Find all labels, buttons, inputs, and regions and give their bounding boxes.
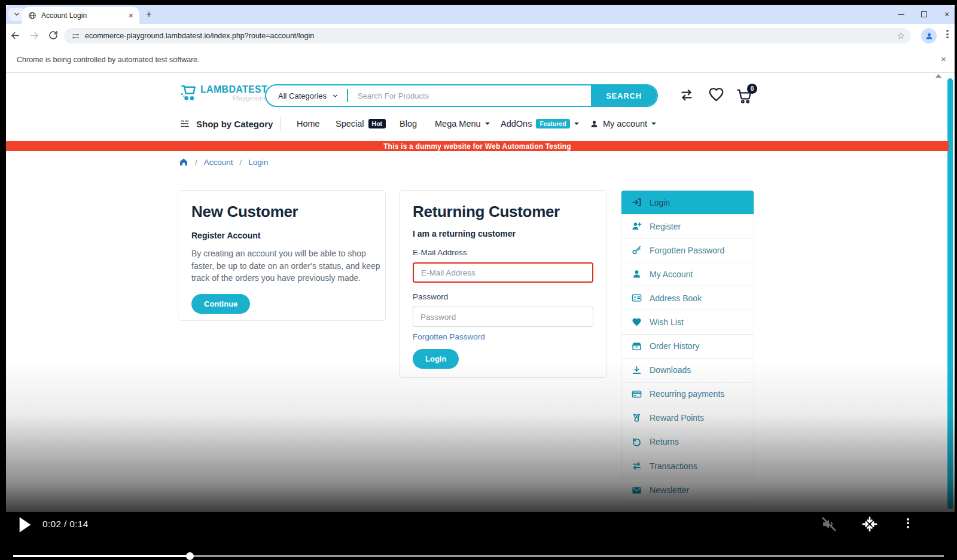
new-customer-body: By creating an account you will be able … (191, 247, 382, 284)
breadcrumb-account[interactable]: Account (204, 158, 233, 167)
window-close-button[interactable]: × (941, 10, 952, 19)
browser-menu-icon[interactable] (943, 29, 952, 42)
category-dropdown[interactable]: All Categories (266, 91, 347, 100)
caret-down-icon (651, 123, 656, 125)
hot-badge: Hot (368, 119, 386, 128)
shop-by-category-label: Shop by Category (196, 119, 273, 129)
password-field[interactable] (413, 307, 593, 327)
infobar-close-icon[interactable]: × (941, 54, 946, 63)
search-input[interactable] (348, 91, 591, 100)
video-progress-bar[interactable] (13, 555, 944, 558)
play-icon (18, 516, 32, 533)
nav-special-label: Special (336, 119, 364, 128)
envelope-icon (632, 485, 642, 495)
sidebar-item-wish-list[interactable]: Wish List (621, 310, 754, 334)
compare-icon[interactable] (678, 87, 695, 103)
url-bar[interactable]: ecommerce-playground.lambdatest.io/index… (64, 28, 911, 44)
sidebar-item-newsletter[interactable]: Newsletter (621, 478, 754, 502)
order-box-icon (632, 341, 642, 351)
search-button[interactable]: SEARCH (591, 84, 657, 107)
sidebar-item-label: Register (650, 222, 681, 231)
video-options-icon[interactable] (903, 516, 913, 532)
sidebar-item-label: Transactions (650, 461, 697, 471)
nav-blog[interactable]: Blog (400, 117, 417, 130)
muted-volume-icon[interactable] (821, 516, 837, 533)
new-customer-title: New Customer (191, 203, 372, 221)
notice-banner: This is a dummy website for Web Automati… (6, 141, 949, 151)
back-button[interactable] (8, 29, 22, 42)
play-button[interactable] (18, 516, 32, 533)
sidebar-item-recurring-payments[interactable]: Recurring payments (621, 382, 754, 406)
breadcrumb-separator: / (195, 158, 197, 167)
category-selected-label: All Categories (278, 91, 327, 100)
exit-fullscreen-icon[interactable] (861, 516, 878, 533)
shop-by-category-button[interactable]: Shop by Category (179, 117, 273, 130)
wishlist-heart-icon[interactable] (708, 87, 724, 103)
logo-primary-text: LAMBDATEST (200, 84, 267, 95)
sidebar-item-order-history[interactable]: Order History (621, 335, 754, 359)
forgotten-password-link[interactable]: Forgotten Password (413, 332, 485, 341)
sidebar-item-forgotten-password[interactable]: Forgotten Password (621, 238, 754, 262)
sidebar-item-my-account[interactable]: My Account (621, 262, 754, 286)
login-button[interactable]: Login (413, 349, 459, 369)
tab-close-icon[interactable]: × (129, 11, 133, 20)
sidebar-item-downloads[interactable]: Downloads (621, 359, 754, 382)
continue-button[interactable]: Continue (191, 294, 250, 314)
sidebar-item-reward-points[interactable]: Reward Points (621, 406, 754, 430)
user-icon (632, 269, 642, 279)
logo-cart-icon (179, 83, 198, 102)
logo-secondary-text: Playground (233, 94, 267, 102)
email-field[interactable] (413, 262, 593, 283)
sidebar-item-label: Recurring payments (650, 389, 724, 399)
user-plus-icon (632, 221, 642, 231)
breadcrumb-login[interactable]: Login (248, 158, 268, 167)
bookmark-star-icon[interactable]: ☆ (897, 30, 905, 41)
sidebar-item-label: Newsletter (650, 485, 689, 495)
returning-customer-card: Returning Customer I am a returning cust… (399, 190, 607, 378)
browser-tab[interactable]: Account Login × (22, 7, 139, 24)
featured-badge: Featured (536, 119, 569, 128)
globe-favicon-icon (28, 11, 36, 20)
sidebar-item-register[interactable]: Register (621, 215, 754, 238)
new-customer-subtitle: Register Account (191, 231, 372, 240)
breadcrumb: / Account / Login (179, 157, 268, 167)
video-progress-played (13, 555, 190, 558)
new-tab-button[interactable]: + (143, 8, 155, 20)
forward-button[interactable] (28, 29, 41, 42)
address-card-icon (632, 293, 642, 303)
reload-button[interactable] (47, 29, 60, 42)
rotate-left-icon (632, 437, 642, 447)
key-icon (632, 245, 642, 255)
profile-avatar[interactable] (921, 28, 937, 44)
window-minimize-button[interactable] (895, 10, 906, 19)
sidebar-item-login[interactable]: Login (621, 191, 754, 215)
site-logo[interactable]: LAMBDATEST Playground (179, 83, 267, 102)
home-icon[interactable] (179, 157, 188, 167)
sidebar-item-returns[interactable]: Returns (621, 430, 754, 454)
sidebar-item-label: Order History (650, 341, 699, 351)
nav-addons[interactable]: AddOns Featured (501, 117, 579, 130)
notice-banner-text: This is a dummy website for Web Automati… (383, 142, 571, 151)
sidebar-item-label: Downloads (650, 365, 691, 375)
credit-card-icon (632, 389, 642, 399)
password-label: Password (413, 292, 593, 301)
sidebar-item-transactions[interactable]: Transactions (621, 454, 754, 478)
exchange-arrows-icon (632, 461, 642, 471)
nav-special[interactable]: Special Hot (336, 117, 386, 130)
nav-home[interactable]: Home (297, 117, 320, 130)
sidebar-item-label: Forgotten Password (650, 246, 724, 255)
scroll-up-arrow[interactable] (935, 74, 941, 78)
nav-mega-menu[interactable]: Mega Menu (435, 117, 490, 130)
video-progress-knob[interactable] (186, 552, 194, 560)
sidebar-item-address-book[interactable]: Address Book (621, 286, 754, 310)
window-maximize-button[interactable] (919, 10, 929, 19)
search-bar: All Categories SEARCH (265, 84, 658, 107)
video-frame: Account Login × + × ecommerce-playground… (0, 0, 957, 560)
sign-in-icon (632, 197, 642, 207)
nav-mega-menu-label: Mega Menu (435, 119, 481, 128)
url-text[interactable]: ecommerce-playground.lambdatest.io/index… (85, 32, 897, 40)
nav-my-account[interactable]: My account (590, 117, 656, 130)
nav-blog-label: Blog (400, 119, 417, 128)
site-settings-icon[interactable] (71, 32, 80, 41)
cart-count-badge: 0 (747, 84, 757, 94)
